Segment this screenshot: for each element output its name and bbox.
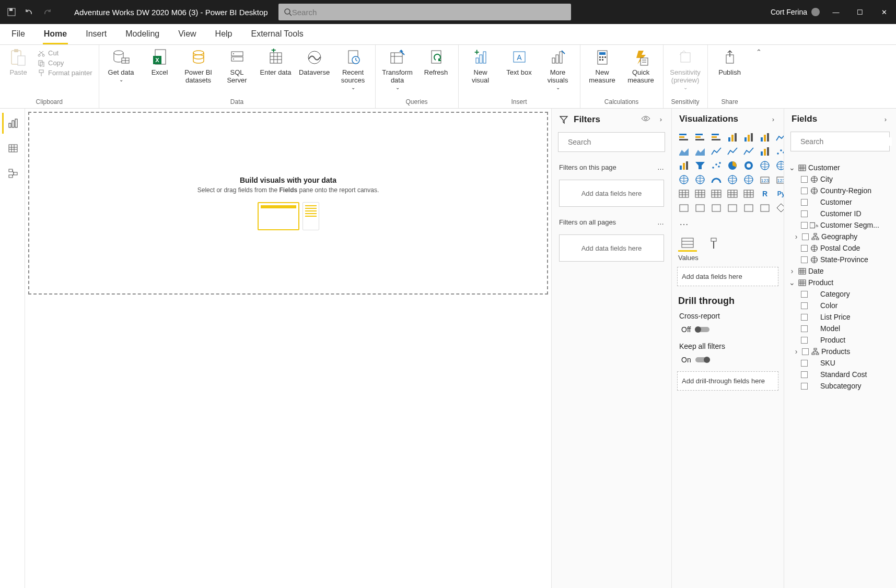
maximize-button[interactable]: ☐	[848, 0, 872, 24]
viz-ribbon-icon[interactable]	[742, 146, 755, 157]
field-sku[interactable]: SKU	[786, 357, 894, 369]
recent-sources-button[interactable]: Recent sources ⌄	[338, 48, 369, 90]
viz-shape-map-icon[interactable]	[693, 174, 707, 185]
fields-search-input[interactable]	[800, 137, 892, 146]
viz-clustered-bar-icon[interactable]	[693, 132, 707, 143]
field-state-province[interactable]: State-Province	[786, 254, 894, 265]
viz-line-stacked-icon[interactable]	[726, 146, 739, 157]
menu-file[interactable]: File	[10, 25, 26, 44]
refresh-button[interactable]: Refresh	[421, 48, 452, 77]
checkbox[interactable]	[801, 176, 808, 183]
empty-canvas[interactable]: Build visuals with your data Select or d…	[28, 112, 548, 295]
checkbox[interactable]	[801, 199, 808, 206]
quick-measure-button[interactable]: Quick measure	[625, 48, 657, 85]
save-icon[interactable]	[5, 6, 18, 18]
viz-waterfall-icon[interactable]	[758, 146, 772, 157]
transform-data-button[interactable]: Transform data ⌄	[382, 48, 413, 90]
collapse-icon[interactable]: ›	[658, 114, 664, 124]
enter-data-button[interactable]: +Enter data	[260, 48, 292, 77]
field-geography[interactable]: ›Geography	[786, 231, 894, 242]
viz-azure-map-icon[interactable]	[726, 174, 739, 185]
checkbox[interactable]	[801, 222, 808, 229]
close-button[interactable]: ✕	[872, 0, 896, 24]
checkbox[interactable]	[801, 325, 808, 332]
viz-qa-icon[interactable]	[709, 202, 723, 214]
viz-smart-narrative-icon[interactable]	[726, 202, 739, 214]
checkbox[interactable]	[801, 314, 808, 321]
field-city[interactable]: City	[786, 173, 894, 185]
viz-area-icon[interactable]	[677, 146, 691, 157]
field-model[interactable]: Model	[786, 323, 894, 334]
menu-home[interactable]: Home	[43, 25, 68, 44]
viz-filled-map-icon[interactable]	[677, 174, 691, 185]
viz-stacked-area-icon[interactable]	[693, 146, 707, 157]
viz-key-influencer-icon[interactable]	[677, 202, 691, 214]
filters-all-dropwell[interactable]: Add data fields here	[559, 234, 664, 262]
checkbox[interactable]	[801, 371, 808, 378]
table-customer[interactable]: ⌄Customer	[786, 162, 894, 173]
checkbox[interactable]	[801, 291, 808, 298]
data-view-button[interactable]	[2, 138, 23, 159]
viz-table3-icon[interactable]	[742, 188, 755, 199]
minimize-button[interactable]: —	[824, 0, 848, 24]
field-country-region[interactable]: Country-Region	[786, 185, 894, 196]
report-view-button[interactable]	[2, 113, 23, 134]
viz-r-visual-icon[interactable]: R	[758, 188, 772, 199]
field-product[interactable]: Product	[786, 334, 894, 346]
table-date[interactable]: ›Date	[786, 265, 894, 277]
view-icon[interactable]	[639, 114, 653, 125]
checkbox[interactable]	[801, 302, 808, 309]
field-postal-code[interactable]: Postal Code	[786, 242, 894, 254]
field-products[interactable]: ›Products	[786, 346, 894, 357]
field-subcategory[interactable]: Subcategory	[786, 380, 894, 392]
values-dropwell[interactable]: Add data fields here	[677, 267, 778, 286]
undo-icon[interactable]	[23, 6, 36, 18]
new-measure-button[interactable]: New measure	[587, 48, 618, 85]
field-standard-cost[interactable]: Standard Cost	[786, 369, 894, 380]
menu-insert[interactable]: Insert	[85, 25, 108, 44]
new-visual-button[interactable]: +New visual	[465, 48, 496, 85]
more-icon[interactable]: …	[657, 163, 664, 171]
menu-external-tools[interactable]: External Tools	[250, 25, 304, 44]
viz-table-icon[interactable]	[677, 188, 691, 199]
model-view-button[interactable]	[2, 163, 23, 184]
sql-server-button[interactable]: SQL Server	[222, 48, 253, 85]
more-icon[interactable]: …	[657, 218, 664, 226]
table-product[interactable]: ⌄Product	[786, 277, 894, 288]
global-search-input[interactable]	[292, 8, 566, 17]
collapse-icon[interactable]: ›	[882, 114, 889, 124]
filters-search-input[interactable]	[568, 138, 659, 146]
report-canvas-area[interactable]: Build visuals with your data Select or d…	[25, 109, 551, 588]
global-search[interactable]	[278, 4, 571, 20]
dataverse-button[interactable]: Dataverse	[299, 48, 330, 77]
redo-icon[interactable]	[41, 6, 53, 18]
viz-kpi-icon[interactable]	[709, 188, 723, 199]
checkbox[interactable]	[801, 187, 808, 194]
menu-help[interactable]: Help	[214, 25, 234, 44]
text-box-button[interactable]: AText box	[504, 48, 535, 77]
viz-scatter2-icon[interactable]	[709, 160, 723, 171]
viz-stacked-100-bar-icon[interactable]	[709, 132, 723, 143]
get-data-button[interactable]: Get data ⌄	[106, 48, 137, 83]
viz-arcgis-icon[interactable]	[742, 174, 755, 185]
viz-treemap-icon[interactable]	[758, 160, 772, 171]
viz-more-icon[interactable]: …	[677, 216, 691, 228]
filters-page-dropwell[interactable]: Add data fields here	[559, 180, 664, 207]
viz-paginated-icon[interactable]	[742, 202, 755, 214]
checkbox[interactable]	[801, 337, 808, 344]
viz-stacked-100-column-icon[interactable]	[758, 132, 772, 143]
viz-matrix-icon[interactable]	[693, 188, 707, 199]
viz-funnel-icon[interactable]	[693, 160, 707, 171]
pbi-datasets-button[interactable]: Power BI datasets	[183, 48, 214, 85]
excel-button[interactable]: XExcel	[144, 48, 176, 77]
cross-report-toggle[interactable]: Off	[672, 322, 784, 339]
field-category[interactable]: Category	[786, 288, 894, 300]
menu-view[interactable]: View	[177, 25, 197, 44]
field-color[interactable]: Color	[786, 300, 894, 311]
viz-gauge-icon[interactable]	[709, 174, 723, 185]
checkbox[interactable]	[801, 360, 808, 367]
more-visuals-button[interactable]: More visuals ⌄	[542, 48, 574, 90]
field-customer-segm-[interactable]: fxCustomer Segm...	[786, 219, 894, 231]
viz-pie-icon[interactable]	[726, 160, 739, 171]
checkbox[interactable]	[801, 245, 808, 252]
